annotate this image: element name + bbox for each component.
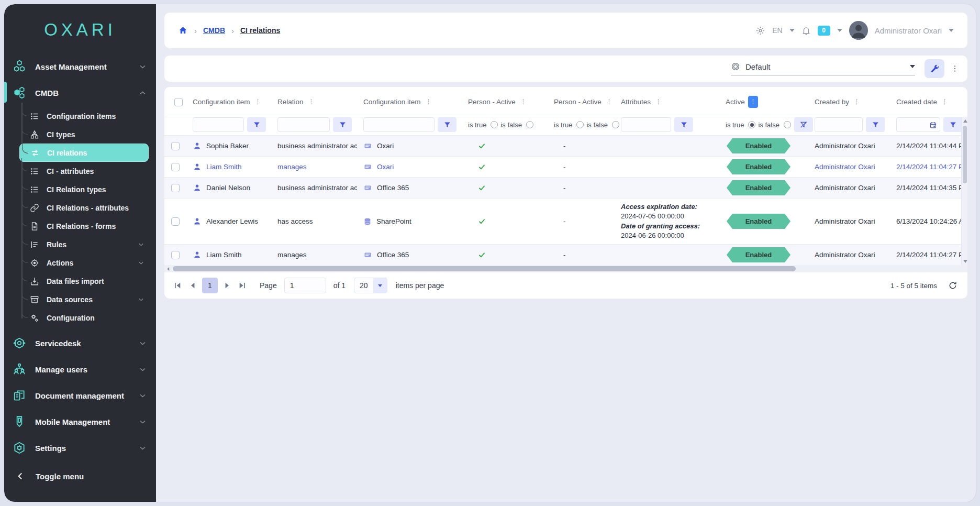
configuration-item-name[interactable]: Office 365 bbox=[377, 184, 409, 192]
sidebar-item-asset-management[interactable]: Asset Management bbox=[4, 53, 156, 80]
last-page-button[interactable] bbox=[237, 282, 247, 289]
sidebar-item-ci-relations-forms[interactable]: CI Relations - forms bbox=[19, 217, 149, 235]
configuration-item-name[interactable]: Office 365 bbox=[377, 251, 409, 259]
select-all-checkbox[interactable] bbox=[174, 98, 183, 106]
next-page-button[interactable] bbox=[223, 282, 231, 289]
sidebar-item-ci-types[interactable]: CI types bbox=[19, 125, 149, 144]
chevron-down-icon[interactable] bbox=[949, 29, 954, 32]
sidebar-item-ci-attributes[interactable]: CI - attributes bbox=[19, 162, 149, 180]
configuration-item-cell[interactable]: Oxari bbox=[357, 142, 462, 150]
page-size-select[interactable]: 20 bbox=[354, 278, 387, 293]
vertical-scrollbar[interactable] bbox=[961, 117, 967, 265]
sidebar-item-rules[interactable]: Rules bbox=[19, 235, 149, 254]
column-menu-button[interactable] bbox=[654, 97, 663, 107]
chevron-down-icon[interactable] bbox=[789, 29, 795, 32]
toggle-menu-button[interactable]: Toggle menu bbox=[4, 464, 156, 488]
is-true-radio-checked[interactable] bbox=[748, 121, 755, 128]
filter-configuration-item-input[interactable] bbox=[193, 117, 244, 132]
horizontal-scrollbar-thumb[interactable] bbox=[173, 266, 796, 271]
table-row[interactable]: Liam Smith manages Oxari - Enabled Admin… bbox=[164, 156, 967, 177]
column-menu-button[interactable] bbox=[307, 97, 316, 107]
is-false-radio[interactable] bbox=[784, 121, 791, 128]
sidebar-item-ci-relations[interactable]: CI relations bbox=[19, 144, 149, 162]
filter-button[interactable] bbox=[943, 117, 962, 132]
filter-created-by-input[interactable] bbox=[815, 117, 863, 132]
bell-icon[interactable] bbox=[801, 26, 811, 36]
sidebar-item-ci-relations-attributes[interactable]: CI Relations - attributes bbox=[19, 199, 149, 217]
is-false-radio[interactable] bbox=[612, 121, 619, 128]
filter-relation-input[interactable] bbox=[277, 117, 330, 132]
scroll-down-arrow[interactable] bbox=[963, 260, 967, 263]
previous-page-button[interactable] bbox=[188, 282, 197, 289]
breadcrumb-cmdb-link[interactable]: CMDB bbox=[203, 26, 225, 35]
person-name[interactable]: Liam Smith bbox=[206, 251, 242, 259]
is-true-radio[interactable] bbox=[491, 121, 498, 128]
row-checkbox[interactable] bbox=[171, 184, 180, 192]
column-menu-button-active[interactable] bbox=[748, 96, 758, 108]
is-true-radio[interactable] bbox=[576, 121, 584, 128]
column-menu-button[interactable] bbox=[852, 97, 861, 107]
sidebar-item-configuration[interactable]: Configuration bbox=[19, 309, 149, 327]
configuration-item-name[interactable]: SharePoint bbox=[376, 217, 411, 225]
filter-button[interactable] bbox=[674, 117, 693, 132]
filter-button[interactable] bbox=[247, 117, 266, 132]
filter-button[interactable] bbox=[333, 117, 352, 132]
page-number-button[interactable]: 1 bbox=[202, 278, 218, 293]
sidebar-item-data-files-import[interactable]: Data files import bbox=[19, 272, 149, 290]
configuration-item-cell[interactable]: Office 365 bbox=[357, 251, 462, 259]
column-menu-button[interactable] bbox=[253, 97, 262, 107]
column-menu-button[interactable] bbox=[940, 97, 949, 107]
page-input[interactable] bbox=[284, 278, 326, 293]
table-row[interactable]: Alexander Lewis has access SharePoint - … bbox=[164, 198, 967, 244]
view-selector-dropdown[interactable]: Default bbox=[731, 62, 915, 75]
scroll-up-arrow[interactable] bbox=[963, 119, 967, 123]
configuration-item-name[interactable]: Oxari bbox=[377, 142, 394, 150]
sidebar-item-mobile-management[interactable]: Mobile Management bbox=[4, 409, 156, 435]
filter-button[interactable] bbox=[866, 117, 885, 132]
grid-settings-button[interactable] bbox=[925, 59, 944, 78]
person-name[interactable]: Liam Smith bbox=[206, 163, 242, 171]
person-name[interactable]: Sophia Baker bbox=[206, 142, 249, 150]
row-checkbox[interactable] bbox=[171, 142, 180, 150]
scroll-left-arrow[interactable] bbox=[166, 267, 170, 271]
configuration-item-cell[interactable]: Oxari bbox=[357, 163, 462, 171]
refresh-button[interactable] bbox=[946, 281, 959, 290]
sidebar-item-servicedesk[interactable]: Servicedesk bbox=[4, 330, 156, 356]
first-page-button[interactable] bbox=[173, 282, 183, 289]
column-menu-button[interactable] bbox=[424, 97, 433, 107]
configuration-item-cell[interactable]: SharePoint bbox=[357, 217, 462, 226]
sidebar-item-data-sources[interactable]: Data sources bbox=[19, 290, 149, 309]
filter-button[interactable] bbox=[438, 117, 456, 132]
person-name[interactable]: Alexander Lewis bbox=[206, 217, 258, 225]
sidebar-item-ci-relation-types[interactable]: CI Relation types bbox=[19, 180, 149, 199]
person-name[interactable]: Daniel Nelson bbox=[206, 184, 250, 192]
horizontal-scrollbar[interactable] bbox=[164, 265, 967, 272]
toolbar-menu-button[interactable] bbox=[951, 64, 959, 73]
sidebar-item-cmdb[interactable]: CMDB bbox=[4, 80, 156, 106]
row-checkbox[interactable] bbox=[171, 251, 180, 259]
column-menu-button[interactable] bbox=[605, 97, 614, 107]
configuration-item-name[interactable]: Oxari bbox=[377, 163, 394, 171]
is-false-radio[interactable] bbox=[526, 121, 533, 128]
table-row[interactable]: Liam Smith manages Office 365 - Enabled … bbox=[164, 244, 967, 265]
breadcrumb-current-page[interactable]: CI relations bbox=[240, 26, 280, 35]
chevron-down-icon[interactable] bbox=[837, 29, 842, 32]
sidebar-item-actions[interactable]: Actions bbox=[19, 254, 149, 272]
home-icon[interactable] bbox=[178, 26, 188, 35]
avatar[interactable] bbox=[849, 21, 868, 40]
column-menu-button[interactable] bbox=[519, 97, 528, 107]
sidebar-item-document-management[interactable]: Document management bbox=[4, 382, 156, 409]
gear-icon[interactable] bbox=[755, 26, 765, 36]
row-checkbox[interactable] bbox=[171, 217, 180, 226]
user-name[interactable]: Administrator Oxari bbox=[875, 26, 942, 35]
row-checkbox[interactable] bbox=[171, 163, 180, 171]
vertical-scrollbar-thumb[interactable] bbox=[963, 126, 967, 183]
table-row[interactable]: Sophia Baker business administrator acce… bbox=[164, 135, 967, 156]
sidebar-item-manage-users[interactable]: Manage users bbox=[4, 356, 156, 382]
filter-attributes-input[interactable] bbox=[621, 117, 671, 132]
table-row[interactable]: Daniel Nelson business administrator acc… bbox=[164, 177, 967, 198]
filter-configuration-item-2-input[interactable] bbox=[363, 117, 435, 132]
language-selector[interactable]: EN bbox=[772, 26, 782, 35]
sidebar-item-configuration-items[interactable]: Configuration items bbox=[19, 107, 149, 125]
calendar-icon[interactable] bbox=[929, 121, 937, 129]
